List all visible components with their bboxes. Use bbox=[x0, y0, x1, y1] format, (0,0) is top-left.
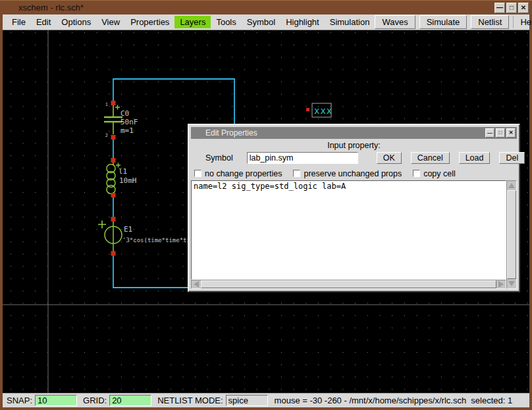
close-icon[interactable]: ✕ bbox=[518, 3, 529, 13]
dialog-close-icon[interactable]: ✕ bbox=[506, 128, 516, 138]
pin-square[interactable] bbox=[111, 158, 116, 163]
scroll-down-icon[interactable] bbox=[507, 279, 516, 288]
menu-highlight[interactable]: Highlight bbox=[280, 16, 325, 28]
input-property-label: Input property: bbox=[191, 141, 517, 150]
grid-input[interactable] bbox=[109, 395, 151, 406]
pin-number: 2 bbox=[105, 133, 108, 138]
component-capacitor[interactable]: 1 2 C0 50nF m=1 bbox=[104, 101, 138, 140]
vertical-scrollbar[interactable] bbox=[506, 180, 517, 289]
edit-properties-dialog: Edit Properties — □ ✕ Input property: Sy… bbox=[188, 124, 520, 292]
preserve-unchanged-props-checkbox[interactable] bbox=[293, 170, 300, 177]
capacitor-attr: m=1 bbox=[120, 126, 134, 135]
horizontal-scrollbar-thumb[interactable] bbox=[201, 280, 496, 288]
dialog-titlebar[interactable]: Edit Properties — □ ✕ bbox=[191, 127, 517, 139]
menu-edit[interactable]: Edit bbox=[31, 16, 56, 28]
waves-button[interactable]: Waves bbox=[375, 15, 415, 29]
menu-options[interactable]: Options bbox=[56, 16, 96, 28]
pin-square[interactable] bbox=[111, 135, 116, 140]
capacitor-value: 50nF bbox=[120, 118, 138, 126]
dialog-minimize-icon[interactable]: — bbox=[485, 128, 494, 138]
wire-bottom[interactable] bbox=[113, 255, 190, 288]
copy-cell-checkbox[interactable] bbox=[413, 170, 420, 177]
copy-cell-label: copy cell bbox=[423, 169, 456, 178]
dialog-maximize-icon[interactable]: □ bbox=[496, 128, 505, 138]
scroll-up-icon[interactable] bbox=[507, 181, 516, 190]
pin-square[interactable] bbox=[111, 251, 116, 256]
minimize-icon[interactable]: — bbox=[494, 3, 505, 13]
preserve-unchanged-props-label: preserve unchanged props bbox=[304, 169, 402, 178]
menu-properties[interactable]: Properties bbox=[125, 16, 174, 28]
menu-view[interactable]: View bbox=[96, 16, 125, 28]
menu-layers[interactable]: Layers bbox=[174, 16, 211, 28]
menu-simulation[interactable]: Simulation bbox=[325, 16, 375, 28]
source-name: E1 bbox=[124, 225, 132, 234]
scroll-left-icon[interactable] bbox=[192, 280, 201, 288]
symbol-row: Symbol OK Cancel Load Del bbox=[191, 151, 517, 165]
no-change-properties-label: no change properties bbox=[205, 169, 282, 178]
pin-number: 1 bbox=[105, 102, 108, 107]
menu-tools[interactable]: Tools bbox=[211, 16, 241, 28]
property-text-region: name=l2 sig_type=std_logic lab=A bbox=[191, 180, 517, 289]
netlist-mode-input[interactable] bbox=[226, 395, 268, 406]
inductor-value: 10mH bbox=[119, 176, 137, 185]
menu-file[interactable]: File bbox=[7, 16, 31, 28]
mouse-status-text: mouse = -30 -260 - /mnt/x/home/schippes/… bbox=[275, 396, 513, 405]
property-textarea-frame: name=l2 sig_type=std_logic lab=A bbox=[191, 180, 506, 280]
window-titlebar[interactable]: xschem - rlc.sch* — □ ✕ bbox=[0, 0, 532, 14]
no-change-properties-checkbox[interactable] bbox=[194, 170, 201, 177]
simulate-button[interactable]: Simulate bbox=[419, 15, 467, 29]
plus-mark bbox=[98, 220, 106, 228]
plus-mark bbox=[115, 105, 120, 110]
menu-symbol[interactable]: Symbol bbox=[242, 16, 280, 28]
dialog-title: Edit Properties bbox=[205, 128, 257, 138]
menu-bar: File Edit Options View Properties Layers… bbox=[3, 14, 529, 30]
window-title: xschem - rlc.sch* bbox=[18, 3, 84, 13]
xschem-window: xschem - rlc.sch* — □ ✕ File Edit Option… bbox=[0, 0, 532, 410]
property-textarea[interactable]: name=l2 sig_type=std_logic lab=A bbox=[192, 181, 506, 279]
status-bar: SNAP: GRID: NETLIST MODE: mouse = -30 -2… bbox=[3, 393, 529, 407]
pin-square[interactable] bbox=[306, 108, 309, 111]
grid-label: GRID: bbox=[83, 396, 107, 405]
maximize-icon[interactable]: □ bbox=[506, 3, 517, 13]
netlist-mode-label: NETLIST MODE: bbox=[157, 396, 223, 405]
horizontal-scrollbar[interactable] bbox=[191, 280, 506, 289]
ok-button[interactable]: OK bbox=[377, 152, 402, 164]
window-controls: — □ ✕ bbox=[494, 3, 529, 13]
inductor-name: l1 bbox=[119, 167, 127, 176]
component-source[interactable]: E1 '3*cos(time*time*time* bbox=[98, 217, 201, 256]
symbol-label: Symbol bbox=[205, 153, 233, 163]
net-label-text: xxx bbox=[314, 105, 332, 116]
pin-square[interactable] bbox=[111, 101, 116, 105]
snap-label: SNAP: bbox=[7, 396, 32, 405]
netlist-button[interactable]: Netlist bbox=[471, 15, 509, 29]
snap-input[interactable] bbox=[35, 395, 77, 406]
vertical-scrollbar-thumb[interactable] bbox=[507, 190, 516, 279]
cancel-button[interactable]: Cancel bbox=[411, 152, 450, 164]
del-button[interactable]: Del bbox=[499, 152, 525, 164]
pin-square[interactable] bbox=[111, 217, 116, 222]
menu-help[interactable]: Help bbox=[513, 16, 532, 28]
net-label[interactable]: xxx bbox=[306, 103, 332, 117]
symbol-input[interactable] bbox=[247, 152, 358, 164]
capacitor-name: C0 bbox=[120, 109, 129, 118]
component-inductor[interactable]: l1 10mH bbox=[107, 158, 137, 197]
pin-square[interactable] bbox=[111, 193, 116, 197]
dialog-controls: — □ ✕ bbox=[485, 128, 516, 138]
load-button[interactable]: Load bbox=[459, 152, 491, 164]
checkbox-row: no change properties preserve unchanged … bbox=[191, 169, 517, 178]
scroll-right-icon[interactable] bbox=[496, 280, 506, 288]
